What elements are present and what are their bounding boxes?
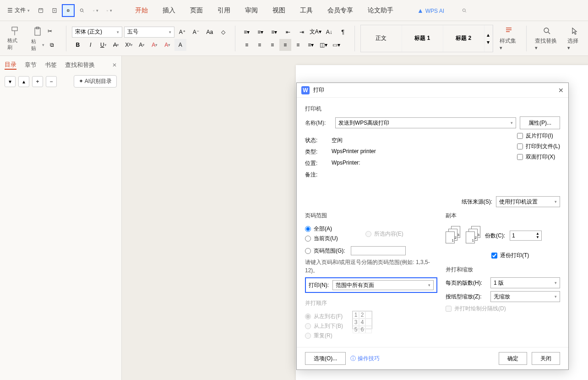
spinner-arrows-icon[interactable]: ▲▼: [536, 232, 539, 239]
tab-home[interactable]: 开始: [134, 5, 149, 17]
shading-button[interactable]: ◫▾: [318, 39, 330, 51]
paste-label[interactable]: 粘贴: [31, 38, 41, 52]
reverse-print-checkbox[interactable]: 反片打印(I): [517, 132, 560, 140]
sidebar-tab-bookmark[interactable]: 书签: [45, 61, 57, 69]
line-spacing-button[interactable]: ≡▾: [305, 39, 317, 51]
italic-button[interactable]: I: [85, 39, 97, 51]
divider: [66, 26, 66, 51]
dialog-titlebar: W 打印 ✕: [297, 83, 568, 98]
search-icon[interactable]: [458, 4, 471, 17]
undo-button[interactable]: ▾: [89, 4, 102, 17]
text-effect-button[interactable]: A▾: [162, 39, 174, 51]
range-pages-radio[interactable]: 页码范围(G):: [305, 246, 437, 255]
underline-button[interactable]: U▾: [98, 39, 109, 51]
print-to-file-checkbox[interactable]: 打印到文件(L): [517, 143, 560, 150]
close-icon[interactable]: ✕: [558, 87, 564, 94]
tab-insert[interactable]: 插入: [162, 5, 176, 17]
close-icon[interactable]: ✕: [112, 62, 117, 68]
save-button[interactable]: [34, 4, 47, 17]
style-set-group[interactable]: 样式集▾: [497, 26, 521, 51]
copies-scale-column: 副本 321 321 份数(C): 1▲▼ 逐份打印(T) 并打和缩放 每页的版…: [446, 210, 560, 341]
align-right-button[interactable]: ≡: [267, 39, 278, 51]
distribute-button[interactable]: ≡: [292, 39, 304, 51]
export-button[interactable]: [48, 4, 61, 17]
tab-member[interactable]: 会员专享: [327, 5, 354, 17]
char-shading-button[interactable]: A: [174, 39, 186, 51]
tab-view[interactable]: 视图: [272, 5, 286, 17]
clear-format-button[interactable]: ◇: [218, 26, 229, 38]
sidebar-tab-toc[interactable]: 目录: [5, 61, 16, 70]
range-current-radio[interactable]: 当前页(U): [305, 235, 338, 242]
copies-spinner[interactable]: 1▲▼: [510, 231, 542, 241]
print-preview-button[interactable]: [76, 4, 88, 17]
properties-button[interactable]: 属性(P)...: [520, 116, 560, 129]
scale-select[interactable]: 无缩放▾: [490, 291, 560, 302]
navigation-sidebar: 目录 章节 书签 查找和替换 ✕ ▾ ▴ + − ✦ AI识别目录: [0, 56, 122, 380]
menu-icon-button[interactable]: ☰ 文件 ▾: [4, 4, 33, 17]
duplex-checkbox[interactable]: 双面打印(X): [517, 153, 560, 161]
sidebar-tab-find[interactable]: 查找和替换: [65, 61, 95, 69]
print-what-select[interactable]: 范围中所有页面▾: [332, 280, 434, 290]
tab-review[interactable]: 审阅: [244, 5, 259, 17]
align-justify-button[interactable]: ≡: [279, 39, 291, 51]
tab-tools[interactable]: 工具: [299, 5, 314, 17]
collate-checkbox[interactable]: 逐份打印(T): [491, 252, 560, 259]
search-icon: [542, 26, 551, 36]
collapse-up-button[interactable]: ▴: [18, 76, 29, 87]
find-replace-group[interactable]: 查找替换▾: [532, 26, 561, 51]
chevron-down-icon: ▾: [110, 8, 112, 13]
font-size: 五号: [127, 28, 138, 36]
decrease-font-button[interactable]: A⁻: [190, 26, 202, 38]
bold-button[interactable]: B: [72, 39, 84, 51]
show-marks-button[interactable]: ¶: [337, 26, 349, 38]
per-sheet-select[interactable]: 1 版▾: [490, 277, 560, 288]
tips-link[interactable]: ⓘ 操作技巧: [350, 355, 379, 363]
wps-ai-button[interactable]: ▲ WPS AI: [416, 5, 445, 16]
sidebar-tab-chapter[interactable]: 章节: [25, 61, 37, 69]
borders-button[interactable]: ▭▾: [331, 39, 343, 51]
paragraph-group: ≡▾ ≡▾ ≡▾ ⇤ ⇥ 文A▾ A↓ ¶ ≡ ≡ ≡ ≡ ≡ ≡▾ ◫▾ ▭▾: [241, 26, 349, 51]
range-all-radio[interactable]: 全部(A): [305, 225, 338, 233]
tab-thesis[interactable]: 论文助手: [367, 5, 394, 17]
change-case-button[interactable]: Aa: [204, 26, 216, 38]
highlight-button[interactable]: A▾: [149, 39, 161, 51]
select-group[interactable]: 选择▾: [565, 26, 583, 51]
style-heading2[interactable]: 标题 2: [443, 25, 485, 52]
text-direction-button[interactable]: 文A▾: [310, 26, 321, 38]
redo-button[interactable]: ▾: [103, 4, 116, 17]
style-heading1[interactable]: 标题 1: [402, 25, 443, 52]
add-button[interactable]: +: [32, 76, 43, 87]
superscript-button[interactable]: X²▾: [123, 39, 135, 51]
strikethrough-button[interactable]: A▾: [110, 39, 122, 51]
format-painter-label[interactable]: 格式刷: [7, 37, 22, 51]
tab-page[interactable]: 页面: [189, 5, 204, 17]
number-list-button[interactable]: ≡▾: [255, 26, 267, 38]
page-range-input[interactable]: [351, 246, 406, 255]
expand-down-button[interactable]: ▾: [5, 76, 16, 87]
styles-more-button[interactable]: ▴▾: [485, 25, 493, 52]
paper-source-select[interactable]: 使用打印机设置▾: [496, 196, 560, 207]
font-size-select[interactable]: 五号▾: [124, 27, 174, 38]
remove-button[interactable]: −: [46, 76, 57, 87]
print-button[interactable]: [62, 4, 75, 17]
printer-name-select[interactable]: 发送到WPS高级打印▾: [335, 117, 516, 128]
decrease-indent-button[interactable]: ⇤: [282, 26, 294, 38]
align-left-button[interactable]: ≡: [241, 39, 253, 51]
ai-toc-button[interactable]: ✦ AI识别目录: [74, 75, 117, 88]
ok-button[interactable]: 确定: [499, 352, 527, 365]
align-center-button[interactable]: ≡: [254, 39, 266, 51]
cut-button[interactable]: ✂: [44, 25, 56, 37]
tab-reference[interactable]: 引用: [217, 5, 231, 17]
increase-font-button[interactable]: A⁺: [176, 26, 188, 38]
bullet-list-button[interactable]: ≡▾: [241, 26, 253, 38]
sort-button[interactable]: A↓: [323, 26, 335, 38]
font-select[interactable]: 宋体 (正文)▾: [72, 27, 122, 38]
style-normal[interactable]: 正文: [361, 25, 402, 52]
cancel-button[interactable]: 关闭: [532, 352, 560, 365]
multilevel-list-button[interactable]: ≡▾: [268, 26, 280, 38]
styles-gallery[interactable]: 正文 标题 1 标题 2 ▴▾: [360, 25, 493, 52]
increase-indent-button[interactable]: ⇥: [296, 26, 308, 38]
font-color-button[interactable]: A▾: [136, 39, 148, 51]
options-button[interactable]: 选项(O)...: [305, 352, 346, 365]
copy-button[interactable]: ⧉: [46, 39, 58, 51]
